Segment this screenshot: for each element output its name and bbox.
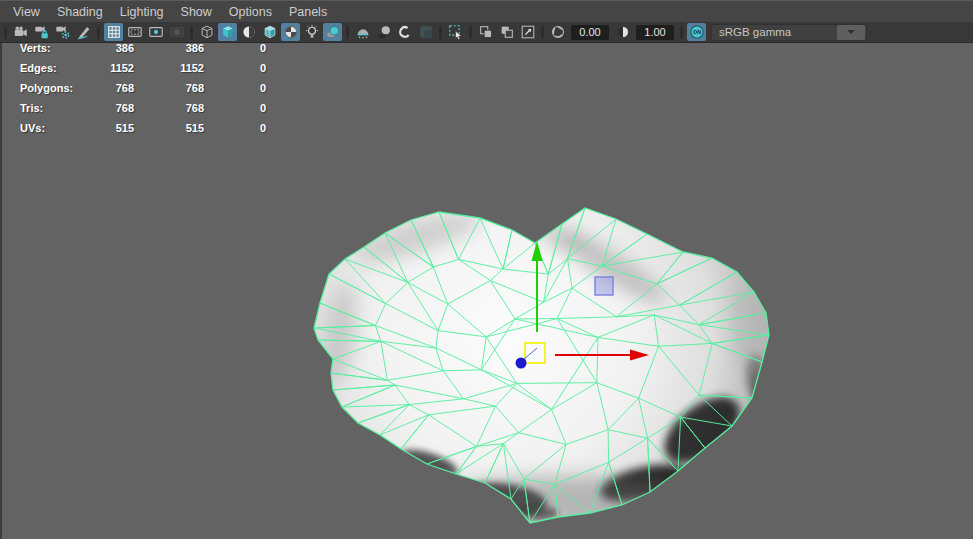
heads-up-display: Verts:3863860Edges:115211520Polygons:768… bbox=[2, 38, 266, 138]
menu-shading[interactable]: Shading bbox=[57, 5, 103, 19]
exposure-icon[interactable] bbox=[548, 23, 567, 41]
toolbar-group bbox=[475, 23, 538, 41]
z-axis-handle[interactable] bbox=[516, 358, 527, 369]
hud-value: 0 bbox=[204, 82, 266, 94]
exposure-value[interactable]: 0.00 bbox=[571, 25, 609, 40]
hud-value: 768 bbox=[98, 102, 134, 114]
toolbar-separator bbox=[346, 26, 349, 39]
scene-lights-icon[interactable] bbox=[353, 23, 372, 41]
selection-highlight-square[interactable] bbox=[595, 277, 613, 295]
hud-value: 0 bbox=[204, 62, 266, 74]
textured-icon[interactable] bbox=[281, 23, 300, 41]
colorspace-dropdown[interactable]: sRGB gamma bbox=[711, 24, 867, 41]
select-tool-icon[interactable] bbox=[446, 23, 465, 41]
menu-panels[interactable]: Panels bbox=[289, 5, 327, 19]
hud-row: Polygons:7687680 bbox=[2, 78, 266, 98]
menu-lighting[interactable]: Lighting bbox=[120, 5, 164, 19]
gamma-value[interactable]: 1.00 bbox=[636, 25, 674, 40]
toolbar-separator bbox=[4, 26, 7, 39]
hud-value: 515 bbox=[134, 122, 204, 134]
hud-row: Edges:115211520 bbox=[2, 58, 266, 78]
maya-viewport-panel: ViewShadingLightingShowOptionsPanels 0.0… bbox=[0, 0, 973, 539]
colorspace-value: sRGB gamma bbox=[712, 26, 837, 38]
hud-value: 0 bbox=[204, 102, 266, 114]
toolbar-group bbox=[445, 23, 466, 41]
zoom-region-icon[interactable] bbox=[518, 23, 537, 41]
contrast-icon[interactable] bbox=[613, 23, 632, 41]
hud-value: 0 bbox=[204, 122, 266, 134]
svg-text:ON: ON bbox=[693, 29, 701, 35]
occlusion-icon[interactable] bbox=[395, 23, 414, 41]
hud-value: 1152 bbox=[98, 62, 134, 74]
hud-row: UVs:5155150 bbox=[2, 118, 266, 138]
motion-blur-icon[interactable] bbox=[416, 23, 435, 41]
gamma-on-icon[interactable]: ON bbox=[687, 23, 706, 41]
hud-label: Edges: bbox=[2, 62, 98, 74]
shadows-icon[interactable] bbox=[374, 23, 393, 41]
mesh-object[interactable] bbox=[314, 204, 775, 524]
menu-options[interactable]: Options bbox=[229, 5, 272, 19]
menu-view[interactable]: View bbox=[13, 5, 40, 19]
toolbar-group: 0.001.00 bbox=[547, 23, 677, 41]
chevron-down-icon[interactable] bbox=[837, 25, 865, 40]
toolbar-group bbox=[352, 23, 436, 41]
hud-label: Tris: bbox=[2, 102, 98, 114]
lights-icon[interactable] bbox=[302, 23, 321, 41]
xray-icon[interactable] bbox=[323, 23, 342, 41]
hud-value: 768 bbox=[134, 82, 204, 94]
toolbar-separator bbox=[541, 26, 544, 39]
toolbar-separator bbox=[439, 26, 442, 39]
hud-row: Tris:7687680 bbox=[2, 98, 266, 118]
hud-value: 768 bbox=[134, 102, 204, 114]
isolate-select-icon[interactable] bbox=[476, 23, 495, 41]
hud-row: Verts:3863860 bbox=[2, 38, 266, 58]
hud-label: Verts: bbox=[2, 42, 98, 54]
hud-value: 0 bbox=[204, 42, 266, 54]
hud-value: 515 bbox=[98, 122, 134, 134]
toolbar-separator bbox=[680, 26, 683, 39]
hud-value: 1152 bbox=[134, 62, 204, 74]
hud-label: Polygons: bbox=[2, 82, 98, 94]
isolate-selected-icon[interactable] bbox=[497, 23, 516, 41]
hud-value: 386 bbox=[134, 42, 204, 54]
hud-value: 768 bbox=[98, 82, 134, 94]
panel-menubar: ViewShadingLightingShowOptionsPanels bbox=[0, 0, 973, 22]
menu-show[interactable]: Show bbox=[181, 5, 212, 19]
viewport-3d[interactable]: Verts:3863860Edges:115211520Polygons:768… bbox=[0, 43, 973, 539]
toolbar-separator bbox=[97, 26, 100, 39]
hud-value: 386 bbox=[98, 42, 134, 54]
toolbar-separator bbox=[190, 26, 193, 39]
hud-label: UVs: bbox=[2, 122, 98, 134]
toolbar-separator bbox=[469, 26, 472, 39]
toolbar-group: ONsRGB gamma bbox=[686, 23, 867, 41]
